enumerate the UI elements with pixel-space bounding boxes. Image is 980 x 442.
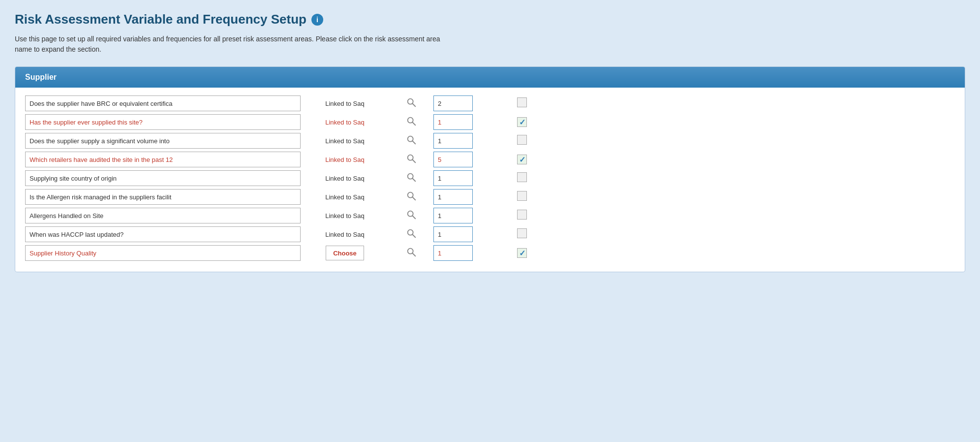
number-input[interactable] — [433, 133, 473, 149]
number-column — [433, 189, 492, 205]
section-title: Supplier — [25, 73, 57, 81]
question-input[interactable] — [25, 114, 301, 130]
number-column — [433, 114, 492, 130]
page-title-container: Risk Assessment Variable and Frequency S… — [15, 12, 965, 27]
type-column: Linked to Saq — [301, 155, 389, 164]
svg-line-9 — [413, 179, 416, 182]
page-description: Use this page to set up all required var… — [15, 34, 458, 55]
check-column — [512, 135, 532, 147]
search-icon-button[interactable] — [406, 134, 417, 145]
type-column: Linked to Saq — [301, 118, 389, 126]
table-row: Linked to Saq — [25, 133, 955, 149]
table-row: Linked to Saq ✓ — [25, 152, 955, 167]
type-column: Linked to Saq — [301, 211, 389, 220]
check-column — [512, 228, 532, 240]
checkmark-icon: ✓ — [519, 155, 525, 164]
number-input[interactable] — [433, 208, 473, 223]
search-column — [389, 190, 433, 203]
search-column — [389, 209, 433, 222]
question-input[interactable] — [25, 170, 301, 186]
choose-button[interactable]: Choose — [326, 246, 364, 260]
table-row: Linked to Saq — [25, 226, 955, 242]
supplier-section: Supplier Linked to Saq Linked to Saq ✓Li… — [15, 66, 965, 272]
section-body: Linked to Saq Linked to Saq ✓Linked to S… — [15, 88, 965, 272]
type-column[interactable]: Choose — [301, 246, 389, 260]
question-input[interactable] — [25, 95, 301, 111]
search-icon — [406, 190, 417, 201]
number-input[interactable] — [433, 114, 473, 130]
checkmark-icon: ✓ — [519, 249, 525, 258]
question-input[interactable] — [25, 208, 301, 223]
svg-point-8 — [408, 174, 413, 179]
svg-line-13 — [413, 216, 416, 219]
search-column — [389, 97, 433, 110]
search-icon-button[interactable] — [406, 209, 417, 220]
checkbox[interactable] — [517, 210, 527, 220]
svg-point-12 — [408, 211, 413, 217]
type-label: Linked to Saq — [325, 137, 365, 145]
search-icon-button[interactable] — [406, 172, 417, 183]
rows-table: Linked to Saq Linked to Saq ✓Linked to S… — [25, 95, 955, 261]
number-column — [433, 152, 492, 167]
number-input[interactable] — [433, 226, 473, 242]
svg-line-1 — [413, 104, 416, 107]
checkbox[interactable] — [517, 228, 527, 238]
search-column — [389, 247, 433, 259]
number-column — [433, 226, 492, 242]
search-column — [389, 172, 433, 185]
svg-point-16 — [408, 249, 413, 254]
type-column: Linked to Saq — [301, 99, 389, 108]
search-column — [389, 116, 433, 128]
number-input[interactable] — [433, 245, 473, 261]
checkbox[interactable] — [517, 172, 527, 182]
svg-point-2 — [408, 118, 413, 123]
type-column: Linked to Saq — [301, 230, 389, 239]
svg-point-10 — [408, 192, 413, 198]
checkbox[interactable]: ✓ — [517, 117, 527, 127]
search-icon-button[interactable] — [406, 116, 417, 126]
type-column: Linked to Saq — [301, 192, 389, 201]
svg-line-7 — [413, 160, 416, 163]
table-row: Linked to Saq — [25, 189, 955, 205]
svg-line-3 — [413, 123, 416, 126]
svg-point-4 — [408, 136, 413, 142]
search-icon-button[interactable] — [406, 190, 417, 201]
checkbox[interactable] — [517, 135, 527, 145]
svg-point-14 — [408, 230, 413, 235]
question-input[interactable] — [25, 226, 301, 242]
checkmark-icon: ✓ — [519, 118, 525, 127]
table-row: Choose ✓ — [25, 245, 955, 261]
number-input[interactable] — [433, 170, 473, 186]
checkbox[interactable] — [517, 97, 527, 107]
search-icon — [406, 228, 417, 239]
number-input[interactable] — [433, 189, 473, 205]
table-row: Linked to Saq — [25, 170, 955, 186]
checkbox[interactable]: ✓ — [517, 248, 527, 258]
type-label: Linked to Saq — [325, 100, 365, 107]
page-title: Risk Assessment Variable and Frequency S… — [15, 12, 306, 27]
type-label: Linked to Saq — [325, 119, 365, 126]
svg-line-5 — [413, 141, 416, 144]
checkbox[interactable] — [517, 191, 527, 201]
number-column — [433, 95, 492, 111]
table-row: Linked to Saq — [25, 208, 955, 223]
search-column — [389, 134, 433, 147]
number-column — [433, 245, 492, 261]
check-column — [512, 210, 532, 221]
search-icon-button[interactable] — [406, 153, 417, 164]
number-input[interactable] — [433, 95, 473, 111]
search-icon-button[interactable] — [406, 228, 417, 239]
question-input[interactable] — [25, 152, 301, 167]
question-input[interactable] — [25, 189, 301, 205]
number-input[interactable] — [433, 152, 473, 167]
info-icon[interactable]: i — [311, 14, 323, 26]
svg-point-6 — [408, 155, 413, 160]
checkbox[interactable]: ✓ — [517, 155, 527, 164]
search-icon-button[interactable] — [406, 247, 417, 257]
check-column — [512, 97, 532, 109]
check-column: ✓ — [512, 155, 532, 164]
search-icon-button[interactable] — [406, 97, 417, 108]
question-input[interactable] — [25, 133, 301, 149]
question-input[interactable] — [25, 245, 301, 261]
section-header[interactable]: Supplier — [15, 67, 965, 88]
